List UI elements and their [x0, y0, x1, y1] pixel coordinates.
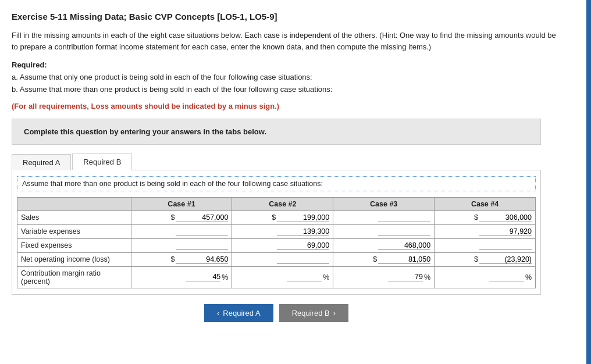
cell-sales-case4: $ [435, 210, 536, 224]
dollar-net-c3: $ [373, 255, 377, 263]
percent-cm-c1: % [222, 273, 228, 281]
input-fixed-case2[interactable] [277, 241, 329, 250]
input-fixed-case1[interactable] [176, 241, 228, 250]
prev-button[interactable]: ‹ Required A [204, 304, 273, 322]
cell-variable-case2 [232, 224, 333, 238]
cell-fixed-case4 [435, 238, 536, 252]
input-net-case3[interactable] [378, 255, 430, 264]
input-fixed-case3[interactable] [378, 241, 430, 250]
input-net-case2[interactable] [277, 255, 329, 264]
input-net-case4[interactable] [479, 255, 532, 264]
table-row-cm: Contribution margin ratio(percent) % % [17, 266, 536, 288]
label-variable: Variable expenses [17, 224, 131, 238]
cell-fixed-case3 [333, 238, 435, 252]
required-label: Required: [12, 60, 564, 69]
percent-cm-c4: % [525, 273, 532, 281]
input-variable-case1[interactable] [176, 227, 228, 236]
label-sales: Sales [17, 210, 131, 224]
col-header-case3: Case #3 [333, 197, 435, 210]
tab-content: Assume that more than one product is bei… [12, 170, 541, 295]
col-header-case4: Case #4 [435, 197, 536, 210]
cell-variable-case3 [333, 224, 435, 238]
input-net-case1[interactable] [176, 255, 228, 264]
assumption-note: Assume that more than one product is bei… [17, 176, 536, 191]
tab-required-b[interactable]: Required B [72, 154, 132, 170]
cell-variable-case1 [131, 224, 232, 238]
tab-required-a[interactable]: Required A [12, 154, 71, 170]
cell-net-case1: $ [131, 252, 232, 266]
input-sales-case2[interactable] [277, 213, 329, 222]
dollar-net-c1: $ [170, 255, 175, 263]
dollar-sales-c2: $ [272, 213, 276, 222]
input-variable-case2[interactable] [277, 227, 329, 236]
cell-cm-case1: % [131, 266, 232, 288]
input-sales-case1[interactable] [176, 213, 228, 222]
cell-net-case2 [232, 252, 333, 266]
input-cm-case1[interactable] [186, 273, 220, 281]
dollar-sales-c1: $ [170, 213, 175, 222]
cell-sales-case1: $ [131, 210, 232, 224]
input-cm-case4[interactable] [489, 273, 524, 281]
cell-net-case3: $ [333, 252, 435, 266]
nav-buttons: ‹ Required A Required B › [12, 304, 541, 322]
col-header-label [17, 197, 131, 210]
cell-net-case4: $ [435, 252, 536, 266]
label-cm: Contribution margin ratio(percent) [17, 266, 131, 288]
cell-fixed-case1 [131, 238, 232, 252]
input-cm-case3[interactable] [388, 273, 423, 281]
table-row-net: Net operating income (loss) $ [17, 252, 536, 266]
input-cm-case2[interactable] [287, 273, 322, 281]
cell-fixed-case2 [232, 238, 333, 252]
data-table: Case #1 Case #2 Case #3 Case #4 Sales $ [17, 197, 536, 288]
cell-cm-case3: % [333, 266, 435, 288]
next-label: Required B [292, 309, 330, 317]
dollar-sales-c4: $ [474, 213, 478, 222]
input-variable-case3[interactable] [378, 227, 430, 236]
percent-cm-c2: % [323, 273, 329, 281]
required-items: a. Assume that only one product is being… [12, 72, 564, 96]
input-fixed-case4[interactable] [479, 241, 532, 250]
col-header-case1: Case #1 [131, 197, 232, 210]
next-arrow-icon: › [333, 309, 336, 317]
label-fixed: Fixed expenses [17, 238, 131, 252]
table-row-sales: Sales $ $ [17, 210, 536, 224]
required-b-text: b. Assume that more than one product is … [12, 84, 564, 96]
blue-bar [586, 0, 591, 364]
loss-note: (For all requirements, Loss amounts shou… [12, 102, 564, 110]
input-sales-case4[interactable] [479, 213, 532, 222]
prev-arrow-icon: ‹ [217, 309, 219, 317]
cell-cm-case4: % [435, 266, 536, 288]
tabs-row: Required A Required B [12, 153, 541, 170]
next-button[interactable]: Required B › [279, 304, 348, 322]
label-net: Net operating income (loss) [17, 252, 131, 266]
input-variable-case4[interactable] [479, 227, 532, 236]
table-row-fixed: Fixed expenses [17, 238, 536, 252]
prev-label: Required A [223, 309, 260, 317]
cell-variable-case4 [435, 224, 536, 238]
col-header-case2: Case #2 [232, 197, 333, 210]
cell-sales-case2: $ [232, 210, 333, 224]
complete-box: Complete this question by entering your … [12, 119, 541, 145]
exercise-title: Exercise 5-11 Missing Data; Basic CVP Co… [12, 12, 564, 22]
dollar-net-c4: $ [474, 255, 478, 263]
table-row-variable: Variable expenses [17, 224, 536, 238]
input-sales-case3[interactable] [378, 213, 430, 222]
required-a-text: a. Assume that only one product is being… [12, 72, 564, 84]
cell-sales-case3 [333, 210, 435, 224]
percent-cm-c3: % [424, 273, 430, 281]
description: Fill in the missing amounts in each of t… [12, 30, 564, 52]
cell-cm-case2: % [232, 266, 333, 288]
